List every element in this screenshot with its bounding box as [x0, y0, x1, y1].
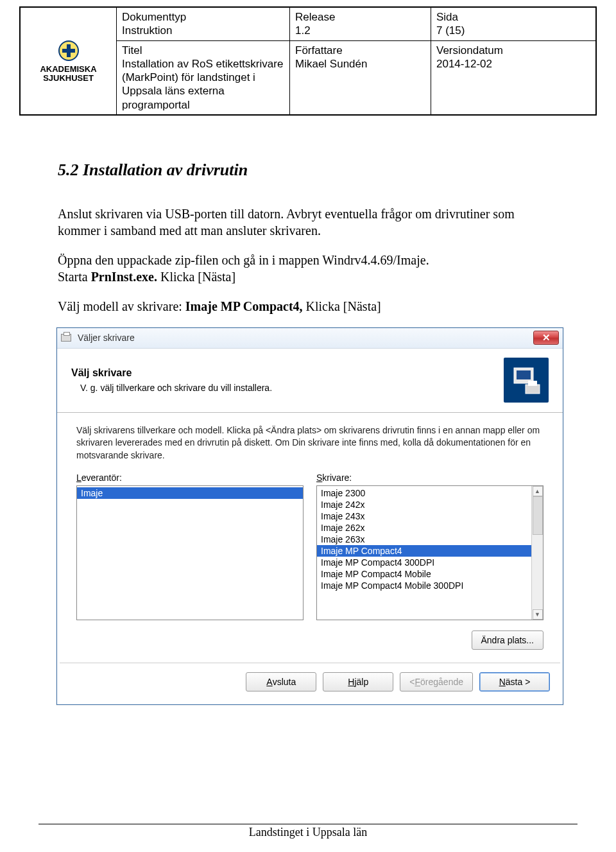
section-heading: 5.2 Installation av drivrutin	[58, 161, 597, 180]
svg-rect-4	[517, 370, 531, 379]
dialog-title: Väljer skrivare	[75, 333, 533, 343]
page-label: Sida	[436, 10, 590, 24]
page-footer: Landstinget i Uppsala län	[38, 824, 578, 839]
close-button[interactable]: ✕	[533, 331, 559, 345]
section-title-text: Installation av drivrutin	[83, 161, 248, 179]
release-value: 1.2	[295, 24, 425, 37]
computer-printer-icon	[504, 358, 549, 403]
svg-rect-5	[526, 385, 540, 394]
author-value: Mikael Sundén	[295, 57, 425, 71]
scroll-up-icon[interactable]: ▲	[533, 486, 543, 496]
svg-rect-2	[62, 49, 75, 53]
banner-subtitle: V. g. välj tillverkare och skrivare du v…	[80, 383, 504, 393]
release-cell: Release 1.2	[290, 8, 431, 40]
page-cell: Sida 7 (15)	[431, 8, 595, 40]
printer-list-item[interactable]: Imaje MP Compact4 Mobile	[317, 568, 531, 580]
printer-list-item[interactable]: Imaje 242x	[317, 499, 531, 510]
author-label: Författare	[295, 44, 425, 57]
doc-header: AKADEMISKA SJUKHUSET Dokumenttyp Instruk…	[19, 6, 597, 116]
svg-rect-6	[528, 381, 537, 386]
para3-pre: Välj modell av skrivare:	[58, 299, 185, 313]
page-value: 7 (15)	[436, 24, 590, 37]
release-label: Release	[295, 10, 425, 24]
banner-title: Välj skrivare	[71, 367, 504, 379]
printer-wizard-dialog: Väljer skrivare ✕ Välj skrivare V. g. vä…	[56, 327, 563, 705]
dialog-titlebar[interactable]: Väljer skrivare ✕	[57, 328, 563, 349]
section-num: 5.2	[58, 161, 79, 179]
printer-list-item[interactable]: Imaje MP Compact4 Mobile 300DPI	[317, 580, 531, 591]
printer-listbox[interactable]: Imaje 2300Imaje 242xImaje 243xImaje 262x…	[316, 485, 543, 620]
vendor-label: Leverantör:	[76, 473, 304, 483]
printer-list-item[interactable]: Imaje 263x	[317, 534, 531, 545]
paragraph-3: Välj modell av skrivare: Imaje MP Compac…	[58, 298, 558, 315]
logo-cell: AKADEMISKA SJUKHUSET	[21, 8, 117, 114]
scroll-thumb[interactable]	[533, 496, 543, 535]
versiondate-label: Versiondatum	[436, 44, 590, 57]
exit-button[interactable]: Avsluta	[246, 672, 316, 691]
author-cell: Författare Mikael Sundén	[290, 41, 431, 114]
doctype-value: Instruktion	[122, 24, 284, 37]
vendor-list-item[interactable]: Imaje	[77, 487, 303, 499]
title-value: Installation av RoS etikettskrivare (Mar…	[122, 57, 284, 112]
logo-line1: AKADEMISKA	[40, 65, 96, 74]
printer-list-item[interactable]: Imaje 243x	[317, 510, 531, 522]
doctype-label: Dokumenttyp	[122, 10, 284, 24]
versiondate-cell: Versiondatum 2014-12-02	[431, 41, 595, 114]
para2-post: Klicka [Nästa]	[157, 270, 235, 284]
printer-list-item[interactable]: Imaje MP Compact4	[317, 545, 531, 557]
printer-list-item[interactable]: Imaje 262x	[317, 522, 531, 534]
versiondate-value: 2014-12-02	[436, 57, 590, 71]
close-icon: ✕	[542, 332, 551, 343]
hospital-logo: AKADEMISKA SJUKHUSET	[40, 39, 96, 83]
printer-list-item[interactable]: Imaje 2300	[317, 487, 531, 499]
printer-label: Skrivare:	[316, 473, 543, 483]
printer-icon	[61, 334, 71, 342]
para2-bold: PrnInst.exe.	[91, 270, 157, 284]
next-button[interactable]: Nästa >	[479, 672, 550, 691]
dialog-banner: Välj skrivare V. g. välj tillverkare och…	[57, 349, 563, 413]
dialog-instructions: Välj skrivarens tillverkare och modell. …	[57, 413, 563, 469]
help-button[interactable]: Hjälp	[323, 672, 393, 691]
title-label: Titel	[122, 44, 284, 57]
printer-list-item[interactable]: Imaje MP Compact4 300DPI	[317, 557, 531, 568]
printer-scrollbar[interactable]: ▲ ▼	[531, 486, 543, 620]
paragraph-2: Öppna den uppackade zip-filen och gå in …	[58, 252, 558, 285]
para3-bold: Imaje MP Compact4,	[185, 299, 303, 313]
logo-line2: SJUKHUSET	[40, 74, 96, 83]
para3-post: Klicka [Nästa]	[303, 299, 381, 313]
paragraph-1: Anslut skrivaren via USB-porten till dat…	[58, 205, 558, 239]
title-cell: Titel Installation av RoS etikettskrivar…	[117, 41, 290, 114]
previous-button: < Föregående	[400, 672, 473, 691]
scroll-down-icon[interactable]: ▼	[533, 609, 543, 620]
change-location-button[interactable]: Ändra plats...	[472, 630, 544, 650]
vendor-listbox[interactable]: Imaje	[76, 485, 304, 620]
doctype-cell: Dokumenttyp Instruktion	[117, 8, 290, 40]
cross-shield-icon	[57, 39, 80, 62]
